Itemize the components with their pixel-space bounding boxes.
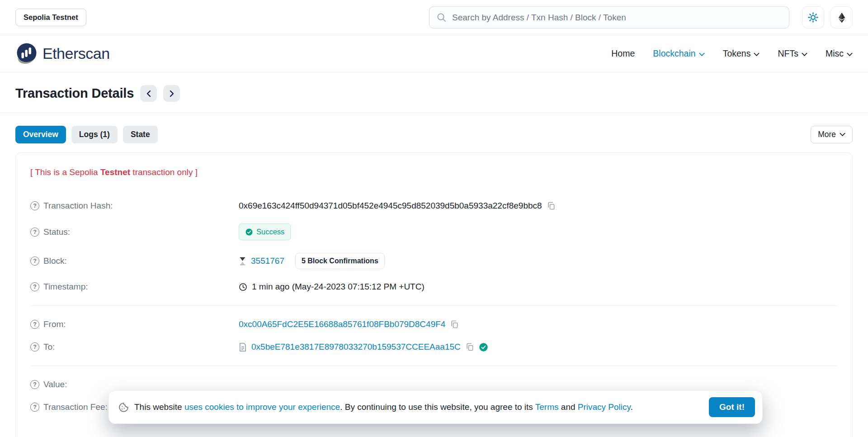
cookie-icon: [118, 402, 129, 413]
row-label-text: Status:: [43, 227, 70, 237]
tab-logs[interactable]: Logs (1): [71, 126, 118, 143]
transaction-hash-value: 0x69e163c424ff50d94371d05bf452e4945c95d8…: [239, 201, 542, 211]
banner-text-part: . By continuing to use this website, you…: [340, 402, 535, 412]
network-ethereum-button[interactable]: [830, 6, 853, 28]
status-badge-text: Success: [256, 228, 284, 236]
row-label-text: Value:: [43, 380, 67, 390]
contract-file-icon: [239, 342, 247, 352]
help-icon[interactable]: ?: [30, 320, 39, 329]
from-address-link[interactable]: 0xc00A65FdC2E5E16688a85761f08FBb079D8C49…: [239, 319, 445, 329]
help-icon[interactable]: ?: [30, 256, 39, 266]
notice-text: [ This is a Sepolia: [30, 167, 100, 177]
row-label: ? Block:: [30, 256, 239, 266]
etherscan-logo-icon: [15, 42, 38, 66]
privacy-policy-link[interactable]: Privacy Policy: [578, 402, 631, 412]
row-from: ? From: 0xc00A65FdC2E5E16688a85761f08FBb…: [30, 313, 838, 336]
row-value: 0x69e163c424ff50d94371d05bf452e4945c95d8…: [239, 201, 556, 211]
nav-label: Home: [611, 48, 635, 59]
chevron-right-icon: [169, 90, 175, 97]
row-label: ? To:: [30, 342, 239, 352]
testnet-notice: [ This is a Sepolia Testnet transaction …: [30, 167, 838, 177]
row-value: 3551767 5 Block Confirmations: [239, 253, 385, 269]
nav-item-nfts[interactable]: NFTs: [778, 48, 807, 59]
tabs-row: Overview Logs (1) State More: [0, 113, 868, 143]
status-badge: Success: [239, 223, 291, 240]
row-block: ? Block: 3551767 5 Block Confirmations: [30, 247, 838, 276]
row-timestamp: ? Timestamp: 1 min ago (May-24-2023 07:1…: [30, 276, 838, 298]
row-label-text: Block:: [43, 256, 67, 266]
row-label-text: Transaction Fee:: [43, 402, 108, 412]
theme-toggle-button[interactable]: [802, 6, 824, 28]
help-icon[interactable]: ?: [30, 380, 39, 389]
row-value: 1 min ago (May-24-2023 07:15:12 PM +UTC): [239, 282, 425, 292]
row-label-text: Timestamp:: [43, 282, 88, 292]
cookies-info-link[interactable]: uses cookies to improve your experience: [184, 402, 340, 412]
next-transaction-button[interactable]: [163, 85, 180, 102]
chevron-down-icon: [802, 52, 807, 57]
row-label-text: Transaction Hash:: [43, 201, 113, 211]
nav-item-tokens[interactable]: Tokens: [723, 48, 760, 59]
nav-item-misc[interactable]: Misc: [826, 48, 853, 59]
row-value: 0x5beE781e3817E8978033270b159537CCEEAaa1…: [239, 342, 488, 352]
nav-label: NFTs: [778, 48, 798, 59]
chevron-left-icon: [146, 90, 151, 97]
row-label: ? Value:: [30, 380, 239, 390]
nav-label: Tokens: [723, 48, 751, 59]
chevron-down-icon: [754, 52, 760, 57]
copy-from-address-button[interactable]: [450, 320, 459, 329]
verified-check-icon: [479, 342, 488, 352]
copy-icon: [465, 342, 474, 352]
row-label: ? Status:: [30, 227, 239, 237]
more-button[interactable]: More: [811, 126, 853, 143]
copy-icon: [547, 201, 556, 210]
search-bar: [429, 6, 789, 28]
copy-icon: [450, 320, 459, 329]
etherscan-logo[interactable]: Etherscan: [15, 42, 110, 66]
copy-to-address-button[interactable]: [465, 342, 474, 352]
chevron-down-icon: [840, 133, 845, 137]
nav-label: Blockchain: [653, 48, 695, 59]
cookie-consent-banner: This website uses cookies to improve you…: [108, 390, 763, 424]
banner-text-part: .: [631, 402, 633, 412]
hourglass-icon: [239, 257, 246, 266]
cookie-accept-button[interactable]: Got it!: [709, 397, 755, 417]
tab-state[interactable]: State: [123, 126, 158, 143]
help-icon[interactable]: ?: [30, 282, 39, 291]
row-label: ? Timestamp:: [30, 282, 239, 292]
check-circle-icon: [245, 228, 253, 236]
nav-item-blockchain[interactable]: Blockchain: [653, 48, 704, 59]
sun-icon: [807, 12, 819, 23]
row-value: Success: [239, 223, 291, 240]
row-label: ? From:: [30, 319, 239, 329]
row-transaction-hash: ? Transaction Hash: 0x69e163c424ff50d943…: [30, 195, 838, 217]
more-button-label: More: [818, 130, 836, 139]
terms-link[interactable]: Terms: [535, 402, 559, 412]
help-icon[interactable]: ?: [30, 201, 39, 210]
block-number-link[interactable]: 3551767: [251, 256, 284, 266]
search-input[interactable]: [429, 6, 789, 28]
row-value: 0xc00A65FdC2E5E16688a85761f08FBb079D8C49…: [239, 319, 459, 329]
search-icon: [436, 12, 447, 23]
row-to: ? To: 0x5beE781e3817E8978033270b159537CC…: [30, 336, 838, 358]
etherscan-logo-text: Etherscan: [42, 45, 110, 62]
cookie-banner-text: This website uses cookies to improve you…: [134, 402, 633, 412]
main-header: Etherscan Home Blockchain Tokens NFTs Mi…: [0, 35, 868, 72]
network-selector-button[interactable]: Sepolia Testnet: [15, 9, 86, 26]
nav-item-home[interactable]: Home: [611, 48, 635, 59]
banner-text-part: This website: [134, 402, 184, 412]
help-icon[interactable]: ?: [30, 342, 39, 352]
help-icon[interactable]: ?: [30, 403, 39, 412]
ethereum-icon: [836, 12, 848, 24]
row-status: ? Status: Success: [30, 217, 838, 247]
previous-transaction-button[interactable]: [140, 85, 157, 102]
tab-overview[interactable]: Overview: [15, 126, 66, 143]
to-address-link[interactable]: 0x5beE781e3817E8978033270b159537CCEEAaa1…: [251, 342, 461, 352]
row-label-text: From:: [43, 319, 66, 329]
timestamp-value: 1 min ago (May-24-2023 07:15:12 PM +UTC): [252, 282, 425, 292]
row-label-text: To:: [43, 342, 55, 352]
title-section: Transaction Details: [0, 72, 868, 113]
nav-label: Misc: [826, 48, 844, 59]
divider: [30, 305, 838, 306]
copy-hash-button[interactable]: [547, 201, 556, 210]
help-icon[interactable]: ?: [30, 228, 39, 237]
